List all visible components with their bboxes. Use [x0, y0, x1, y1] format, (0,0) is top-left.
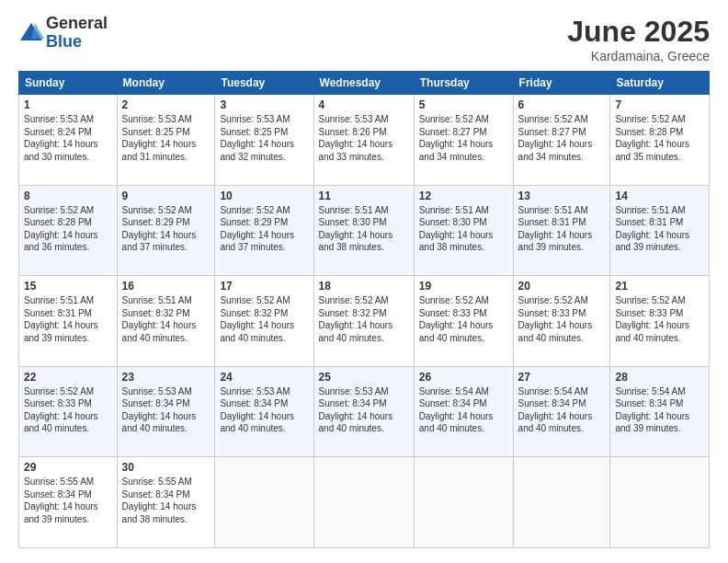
day-number: 24	[220, 371, 308, 384]
calendar-cell: 19 Sunrise: 5:52 AMSunset: 8:33 PMDaylig…	[414, 276, 513, 367]
calendar-cell: 15 Sunrise: 5:51 AMSunset: 8:31 PMDaylig…	[19, 276, 118, 367]
day-number: 27	[518, 371, 606, 384]
calendar-cell: 21 Sunrise: 5:52 AMSunset: 8:33 PMDaylig…	[610, 276, 710, 367]
logo-general-label: General	[46, 15, 108, 33]
header-friday: Friday	[513, 72, 610, 95]
calendar-cell: 16 Sunrise: 5:51 AMSunset: 8:32 PMDaylig…	[117, 276, 215, 367]
day-info: Sunrise: 5:52 AMSunset: 8:33 PMDaylight:…	[615, 295, 689, 343]
header-monday: Monday	[117, 72, 215, 95]
calendar-cell: 5 Sunrise: 5:52 AMSunset: 8:27 PMDayligh…	[414, 95, 513, 186]
day-number: 25	[319, 371, 409, 384]
day-number: 10	[220, 190, 308, 202]
day-info: Sunrise: 5:53 AMSunset: 8:24 PMDaylight:…	[24, 114, 98, 162]
day-info: Sunrise: 5:53 AMSunset: 8:34 PMDaylight:…	[220, 386, 294, 434]
calendar-cell	[215, 457, 313, 548]
header-tuesday: Tuesday	[215, 72, 313, 95]
header-thursday: Thursday	[414, 72, 513, 95]
day-number: 2	[122, 98, 210, 111]
calendar-week-row: 29 Sunrise: 5:55 AMSunset: 8:34 PMDaylig…	[19, 457, 710, 548]
calendar-cell: 9 Sunrise: 5:52 AMSunset: 8:29 PMDayligh…	[117, 185, 215, 276]
day-number: 16	[122, 280, 210, 293]
day-number: 12	[419, 190, 508, 202]
day-info: Sunrise: 5:51 AMSunset: 8:30 PMDaylight:…	[319, 205, 393, 253]
day-number: 7	[615, 98, 704, 111]
calendar-cell: 23 Sunrise: 5:53 AMSunset: 8:34 PMDaylig…	[117, 366, 215, 457]
calendar-cell: 3 Sunrise: 5:53 AMSunset: 8:25 PMDayligh…	[215, 95, 313, 186]
day-info: Sunrise: 5:52 AMSunset: 8:27 PMDaylight:…	[419, 114, 494, 162]
calendar-cell	[313, 457, 414, 548]
day-info: Sunrise: 5:53 AMSunset: 8:25 PMDaylight:…	[122, 114, 197, 162]
logo-blue-label: Blue	[46, 33, 108, 52]
title-block: June 2025 Kardamaina, Greece	[567, 15, 710, 63]
day-info: Sunrise: 5:52 AMSunset: 8:27 PMDaylight:…	[518, 114, 593, 162]
day-number: 9	[122, 190, 210, 202]
calendar-cell: 25 Sunrise: 5:53 AMSunset: 8:34 PMDaylig…	[313, 366, 414, 457]
page: General Blue June 2025 Kardamaina, Greec…	[0, 0, 728, 563]
calendar-cell: 12 Sunrise: 5:51 AMSunset: 8:30 PMDaylig…	[414, 185, 513, 276]
calendar-cell: 20 Sunrise: 5:52 AMSunset: 8:33 PMDaylig…	[513, 276, 610, 367]
day-number: 6	[518, 98, 606, 111]
day-info: Sunrise: 5:55 AMSunset: 8:34 PMDaylight:…	[24, 477, 98, 524]
day-info: Sunrise: 5:51 AMSunset: 8:32 PMDaylight:…	[122, 295, 197, 343]
day-number: 29	[24, 461, 112, 474]
location: Kardamaina, Greece	[567, 49, 710, 63]
day-number: 11	[319, 190, 409, 202]
calendar-cell: 30 Sunrise: 5:55 AMSunset: 8:34 PMDaylig…	[117, 457, 215, 548]
header-wednesday: Wednesday	[313, 72, 414, 95]
day-number: 26	[419, 371, 508, 384]
day-number: 5	[419, 98, 508, 111]
day-number: 15	[24, 280, 112, 293]
day-info: Sunrise: 5:51 AMSunset: 8:31 PMDaylight:…	[518, 205, 593, 253]
calendar-cell: 2 Sunrise: 5:53 AMSunset: 8:25 PMDayligh…	[117, 95, 215, 186]
calendar-body: 1 Sunrise: 5:53 AMSunset: 8:24 PMDayligh…	[19, 95, 710, 548]
calendar-cell: 4 Sunrise: 5:53 AMSunset: 8:26 PMDayligh…	[313, 95, 414, 186]
day-number: 20	[518, 280, 606, 293]
header-saturday: Saturday	[610, 72, 710, 95]
calendar-cell: 26 Sunrise: 5:54 AMSunset: 8:34 PMDaylig…	[414, 366, 513, 457]
header: General Blue June 2025 Kardamaina, Greec…	[18, 15, 710, 63]
day-info: Sunrise: 5:52 AMSunset: 8:32 PMDaylight:…	[319, 295, 393, 343]
day-info: Sunrise: 5:54 AMSunset: 8:34 PMDaylight:…	[615, 386, 689, 434]
day-number: 17	[220, 280, 308, 293]
day-info: Sunrise: 5:52 AMSunset: 8:29 PMDaylight:…	[220, 205, 294, 253]
day-info: Sunrise: 5:51 AMSunset: 8:30 PMDaylight:…	[419, 205, 494, 253]
day-info: Sunrise: 5:53 AMSunset: 8:34 PMDaylight:…	[122, 386, 197, 434]
day-info: Sunrise: 5:52 AMSunset: 8:33 PMDaylight:…	[24, 386, 98, 434]
day-info: Sunrise: 5:55 AMSunset: 8:34 PMDaylight:…	[122, 477, 197, 524]
day-number: 30	[122, 461, 210, 474]
calendar-cell: 14 Sunrise: 5:51 AMSunset: 8:31 PMDaylig…	[610, 185, 710, 276]
day-number: 1	[24, 98, 112, 111]
calendar-week-row: 15 Sunrise: 5:51 AMSunset: 8:31 PMDaylig…	[19, 276, 710, 367]
day-number: 23	[122, 371, 210, 384]
calendar-cell: 6 Sunrise: 5:52 AMSunset: 8:27 PMDayligh…	[513, 95, 610, 186]
calendar-cell	[610, 457, 710, 548]
calendar-cell: 13 Sunrise: 5:51 AMSunset: 8:31 PMDaylig…	[513, 185, 610, 276]
month-title: June 2025	[567, 15, 710, 49]
day-number: 19	[419, 280, 508, 293]
header-sunday: Sunday	[19, 72, 118, 95]
svg-marker-1	[31, 23, 44, 39]
day-number: 21	[615, 280, 704, 293]
day-info: Sunrise: 5:52 AMSunset: 8:28 PMDaylight:…	[24, 205, 98, 253]
day-number: 18	[319, 280, 409, 293]
calendar-week-row: 1 Sunrise: 5:53 AMSunset: 8:24 PMDayligh…	[19, 95, 710, 186]
day-number: 14	[615, 190, 704, 202]
day-info: Sunrise: 5:52 AMSunset: 8:32 PMDaylight:…	[220, 295, 294, 343]
day-number: 3	[220, 98, 308, 111]
day-info: Sunrise: 5:54 AMSunset: 8:34 PMDaylight:…	[518, 386, 593, 434]
calendar-week-row: 22 Sunrise: 5:52 AMSunset: 8:33 PMDaylig…	[19, 366, 710, 457]
day-info: Sunrise: 5:52 AMSunset: 8:28 PMDaylight:…	[615, 114, 689, 162]
day-number: 13	[518, 190, 606, 202]
calendar-cell: 28 Sunrise: 5:54 AMSunset: 8:34 PMDaylig…	[610, 366, 710, 457]
logo: General Blue	[18, 15, 108, 52]
calendar-cell: 24 Sunrise: 5:53 AMSunset: 8:34 PMDaylig…	[215, 366, 313, 457]
calendar-header: Sunday Monday Tuesday Wednesday Thursday…	[19, 72, 710, 95]
day-info: Sunrise: 5:53 AMSunset: 8:26 PMDaylight:…	[319, 114, 393, 162]
day-number: 28	[615, 371, 704, 384]
calendar-cell	[513, 457, 610, 548]
calendar-cell: 18 Sunrise: 5:52 AMSunset: 8:32 PMDaylig…	[313, 276, 414, 367]
day-info: Sunrise: 5:53 AMSunset: 8:25 PMDaylight:…	[220, 114, 294, 162]
calendar-cell: 22 Sunrise: 5:52 AMSunset: 8:33 PMDaylig…	[19, 366, 118, 457]
calendar-cell: 27 Sunrise: 5:54 AMSunset: 8:34 PMDaylig…	[513, 366, 610, 457]
calendar-cell: 17 Sunrise: 5:52 AMSunset: 8:32 PMDaylig…	[215, 276, 313, 367]
